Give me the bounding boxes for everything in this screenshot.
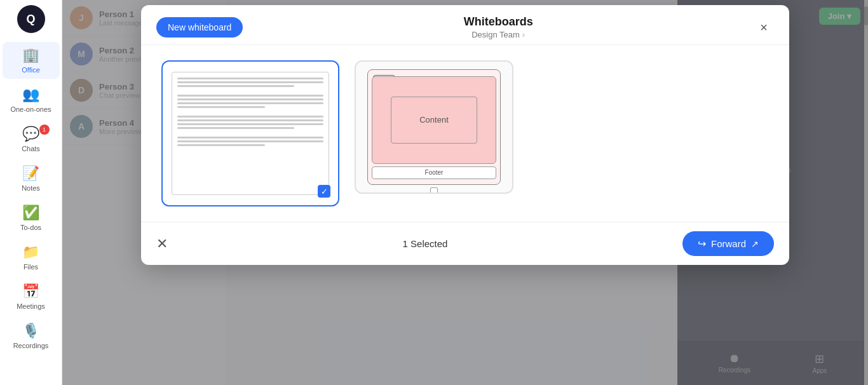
close-icon: ×: [760, 20, 768, 35]
sidebar: Q 🏢 Office 👥 One-on-ones 1 💬 Chats 📝 Not…: [0, 0, 62, 385]
sidebar-item-one-on-ones[interactable]: 👥 One-on-ones: [3, 81, 60, 118]
new-whiteboard-button[interactable]: New whiteboard: [156, 17, 243, 37]
doc-line: [177, 116, 323, 118]
todos-icon: ✅: [22, 205, 39, 221]
sidebar-item-label: To-dos: [20, 224, 41, 231]
doc-line: [177, 106, 265, 108]
doc-line: [177, 144, 265, 146]
doc-line: [177, 85, 294, 87]
modal-title-block: Whiteboards Design Team ›: [243, 15, 754, 39]
modal-header: New whiteboard Whiteboards Design Team ›…: [141, 5, 789, 45]
modal-subtitle-text: Design Team: [471, 30, 520, 39]
card-selected-check: ✓: [318, 185, 330, 198]
chats-icon: 💬: [22, 126, 39, 142]
doc-line: [177, 102, 323, 104]
doc-line: [177, 98, 323, 100]
modal-title: Whiteboards: [243, 15, 754, 29]
sidebar-item-notes[interactable]: 📝 Notes: [3, 160, 60, 197]
footer-dot: [430, 187, 438, 194]
chat-badge: 1: [39, 125, 50, 135]
sidebar-item-label: Files: [24, 263, 38, 271]
forward-icon: ↪: [698, 238, 706, 250]
design-whiteboard: Logo Content Footer: [367, 69, 500, 184]
whiteboard-card-2[interactable]: Logo Content Footer: [355, 60, 513, 194]
sidebar-item-label: Office: [22, 66, 40, 74]
modal-subtitle: Design Team ›: [243, 30, 754, 39]
content-label: Content: [419, 115, 449, 125]
meetings-icon: 📅: [22, 283, 39, 300]
sidebar-item-recordings[interactable]: 🎙️ Recordings: [3, 318, 60, 355]
doc-line: [177, 140, 323, 142]
sidebar-item-label: Meetings: [17, 302, 45, 310]
modal-overlay: New whiteboard Whiteboards Design Team ›…: [62, 0, 868, 385]
whiteboards-modal: New whiteboard Whiteboards Design Team ›…: [141, 5, 789, 265]
cancel-icon: ✕: [156, 236, 168, 252]
office-icon: 🏢: [22, 47, 39, 64]
doc-line: [177, 123, 323, 125]
doc-line: [177, 95, 323, 97]
sidebar-item-office[interactable]: 🏢 Office: [3, 42, 60, 79]
whiteboard-card-1[interactable]: ✓: [161, 60, 339, 206]
forward-label: Forward: [711, 238, 746, 249]
sidebar-item-label: Recordings: [13, 342, 49, 349]
files-icon: 📁: [22, 244, 39, 260]
doc-line: [177, 137, 323, 138]
breadcrumb-chevron: ›: [522, 30, 525, 39]
recordings-icon: 🎙️: [22, 323, 39, 339]
content-box: Content: [372, 76, 496, 163]
sidebar-item-label: One-on-ones: [10, 105, 51, 113]
modal-header-left: New whiteboard: [156, 17, 243, 37]
forward-button[interactable]: ↪ Forward ↗: [682, 231, 774, 256]
footer-cancel-button[interactable]: ✕: [156, 236, 168, 252]
modal-close-button[interactable]: ×: [754, 17, 774, 37]
sidebar-item-files[interactable]: 📁 Files: [3, 239, 60, 276]
notes-icon: 📝: [22, 165, 39, 182]
doc-line: [177, 78, 323, 79]
main-area: J Person 1 Last message preview... M Per…: [62, 0, 868, 385]
whiteboard-card-1-inner: [172, 72, 329, 195]
document-whiteboard: [172, 72, 329, 195]
sidebar-item-todos[interactable]: ✅ To-dos: [3, 199, 60, 236]
doc-line: [177, 127, 294, 129]
doc-line: [177, 81, 323, 83]
design-whiteboard-wrapper: Logo Content Footer: [367, 69, 500, 184]
sidebar-item-chats[interactable]: 1 💬 Chats: [3, 121, 60, 158]
cursor-icon: ↗: [751, 239, 759, 249]
modal-footer: ✕ 1 Selected ↪ Forward ↗: [141, 222, 789, 265]
modal-body: ✓ Logo Content Footer: [141, 45, 789, 222]
doc-line: [177, 119, 323, 121]
sidebar-item-meetings[interactable]: 📅 Meetings: [3, 278, 60, 315]
inner-content: Content: [391, 97, 477, 144]
sidebar-item-label: Notes: [22, 184, 40, 192]
app-logo[interactable]: Q: [17, 5, 45, 33]
sidebar-item-label: Chats: [22, 145, 40, 152]
footer-bar: Footer: [372, 166, 496, 179]
selected-count: 1 Selected: [403, 238, 448, 249]
one-on-ones-icon: 👥: [22, 86, 39, 103]
